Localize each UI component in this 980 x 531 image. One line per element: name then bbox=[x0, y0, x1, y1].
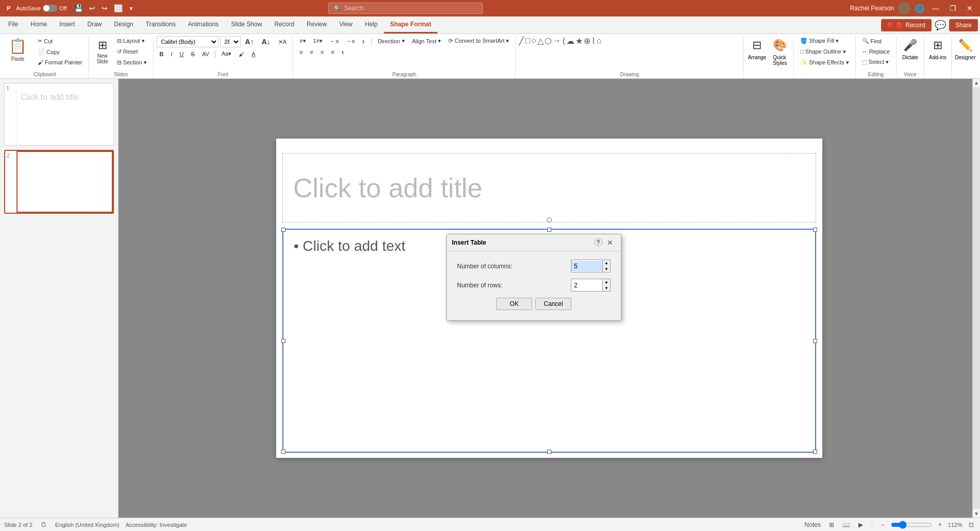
comments-button[interactable]: 💬 bbox=[932, 19, 949, 32]
rows-input[interactable] bbox=[571, 280, 602, 290]
clear-format-button[interactable]: ✕A bbox=[275, 37, 290, 47]
zoom-in-button[interactable]: + bbox=[936, 520, 944, 529]
tab-transitions[interactable]: Transitions bbox=[140, 16, 182, 33]
redo-button[interactable]: ↪ bbox=[99, 3, 110, 13]
cut-button[interactable]: ✂ Cut bbox=[35, 36, 86, 46]
columns-input[interactable] bbox=[571, 261, 602, 271]
handle-top-mid[interactable] bbox=[547, 228, 551, 232]
font-color-button[interactable]: A bbox=[248, 49, 258, 59]
tab-file[interactable]: File bbox=[2, 16, 24, 33]
section-button[interactable]: ⊟ Section ▾ bbox=[114, 58, 150, 67]
tab-draw[interactable]: Draw bbox=[81, 16, 108, 33]
handle-bot-left[interactable] bbox=[281, 450, 285, 454]
minimize-button[interactable]: — bbox=[929, 3, 942, 13]
change-case-button[interactable]: Aa▾ bbox=[218, 49, 234, 59]
layout-button[interactable]: ⊟ Layout ▾ bbox=[114, 36, 150, 46]
dialog-help-icon[interactable]: ? bbox=[594, 238, 602, 247]
customize-qa-button[interactable]: ▼ bbox=[127, 5, 136, 12]
arrange-button[interactable]: ⊟ bbox=[747, 36, 767, 55]
shape-effects-button[interactable]: ✨ Shape Effects ▾ bbox=[797, 58, 852, 67]
fit-slide-button[interactable]: ⊡ bbox=[967, 520, 976, 529]
rows-down-button[interactable]: ▼ bbox=[602, 285, 610, 292]
save-button[interactable]: 💾 bbox=[72, 3, 85, 13]
tab-shape-format[interactable]: Shape Format bbox=[384, 16, 437, 33]
slide-sorter-button[interactable]: ⊞ bbox=[827, 520, 836, 529]
designer-button[interactable]: ✏️ bbox=[955, 36, 976, 55]
reset-button[interactable]: ↺ Reset bbox=[114, 47, 150, 57]
find-button[interactable]: 🔍 Find bbox=[859, 36, 893, 46]
tab-slideshow[interactable]: Slide Show bbox=[225, 16, 268, 33]
decrease-indent-button[interactable]: ←≡ bbox=[327, 37, 342, 46]
handle-top-left[interactable] bbox=[281, 228, 285, 232]
notes-panel-button[interactable]: 🗒 bbox=[39, 520, 49, 529]
scroll-down-button[interactable]: ▼ bbox=[973, 510, 980, 518]
format-painter-button[interactable]: 🖌 Format Painter bbox=[35, 58, 86, 67]
zoom-slider[interactable] bbox=[891, 521, 932, 529]
tab-review[interactable]: Review bbox=[300, 16, 333, 33]
handle-mid-right[interactable] bbox=[813, 339, 817, 343]
handle-top-right[interactable] bbox=[813, 228, 817, 232]
tab-record[interactable]: Record bbox=[268, 16, 300, 33]
column-equalizer-button[interactable]: ⫾ bbox=[339, 47, 348, 57]
handle-mid-left[interactable] bbox=[281, 339, 285, 343]
accessibility-badge[interactable]: Accessibility: Investigate bbox=[126, 522, 187, 528]
align-left-button[interactable]: ≡ bbox=[296, 47, 306, 57]
tab-home[interactable]: Home bbox=[24, 16, 53, 33]
decrease-font-button[interactable]: A↓ bbox=[259, 36, 274, 47]
strikethrough-button[interactable]: S bbox=[188, 49, 198, 59]
zoom-out-button[interactable]: − bbox=[879, 520, 887, 529]
text-direction-button[interactable]: Direction ▾ bbox=[375, 36, 408, 46]
undo-button[interactable]: ↩ bbox=[87, 3, 97, 13]
font-size-select[interactable]: 28 bbox=[220, 36, 241, 47]
notes-button[interactable]: Notes bbox=[803, 520, 823, 529]
rows-up-button[interactable]: ▲ bbox=[602, 279, 610, 285]
copy-button[interactable]: 📄 Copy bbox=[35, 47, 86, 57]
addins-button[interactable]: ⊞ bbox=[927, 36, 948, 55]
align-center-button[interactable]: ≡ bbox=[307, 47, 316, 57]
slide-thumb-2[interactable]: 2 bbox=[4, 150, 114, 214]
tab-animations[interactable]: Animations bbox=[182, 16, 225, 33]
new-slide-button[interactable]: ⊞ NewSlide bbox=[92, 36, 113, 67]
share-button[interactable]: Share bbox=[949, 19, 978, 31]
dialog-close-button[interactable]: ✕ bbox=[604, 237, 616, 248]
highlight-button[interactable]: 🖌 bbox=[235, 49, 247, 59]
increase-indent-button[interactable]: →≡ bbox=[343, 37, 358, 46]
autosave-toggle[interactable] bbox=[43, 5, 57, 12]
ok-button[interactable]: OK bbox=[496, 298, 532, 310]
align-text-button[interactable]: Align Text ▾ bbox=[409, 36, 445, 46]
scroll-up-button[interactable]: ▲ bbox=[973, 79, 980, 87]
shape-outline-button[interactable]: □ Shape Outline ▾ bbox=[797, 47, 852, 57]
increase-font-button[interactable]: A↑ bbox=[242, 36, 257, 47]
tab-insert[interactable]: Insert bbox=[53, 16, 81, 33]
justify-button[interactable]: ≡ bbox=[328, 47, 337, 57]
bullet-list-button[interactable]: ≡▾ bbox=[296, 36, 309, 46]
vertical-scrollbar[interactable]: ▲ ▼ bbox=[972, 79, 980, 518]
canvas-area[interactable]: Click to add title • Click to add text bbox=[119, 79, 980, 518]
title-box[interactable]: Click to add title bbox=[282, 153, 816, 222]
select-button[interactable]: ⬚ Select ▾ bbox=[859, 57, 893, 67]
scroll-thumb[interactable] bbox=[973, 88, 980, 509]
quick-styles-button[interactable]: 🎨 bbox=[769, 36, 790, 55]
tab-view[interactable]: View bbox=[333, 16, 359, 33]
search-bar[interactable]: 🔍 Search bbox=[328, 3, 483, 14]
columns-button[interactable]: ⫾ bbox=[359, 37, 368, 46]
dictate-button[interactable]: 🎤 bbox=[900, 36, 921, 55]
handle-bot-mid[interactable] bbox=[547, 450, 551, 454]
slide-thumb-1[interactable]: 1 Click to add title bbox=[4, 83, 114, 146]
tab-design[interactable]: Design bbox=[108, 16, 139, 33]
paste-button[interactable]: 📋 bbox=[4, 36, 31, 56]
replace-button[interactable]: ↔ Replace bbox=[859, 47, 893, 56]
slideshow-button[interactable]: ▶ bbox=[856, 520, 865, 529]
font-name-select[interactable]: Calibri (Body) bbox=[157, 36, 218, 47]
align-right-button[interactable]: ≡ bbox=[317, 47, 327, 57]
char-spacing-button[interactable]: AV bbox=[199, 49, 212, 59]
columns-up-button[interactable]: ▲ bbox=[602, 260, 610, 266]
cancel-button[interactable]: Cancel bbox=[535, 298, 571, 310]
help-icon[interactable]: 🌐 bbox=[915, 4, 925, 13]
maximize-button[interactable]: ❐ bbox=[947, 3, 959, 13]
numbered-list-button[interactable]: 1≡▾ bbox=[310, 36, 326, 46]
presentation-view-button[interactable]: ⬜ bbox=[112, 3, 125, 13]
shape-fill-button[interactable]: 🪣 Shape Fill ▾ bbox=[797, 36, 852, 46]
convert-smartart-button[interactable]: ⟳ Convert to SmartArt ▾ bbox=[445, 36, 512, 46]
underline-button[interactable]: U bbox=[177, 49, 187, 59]
